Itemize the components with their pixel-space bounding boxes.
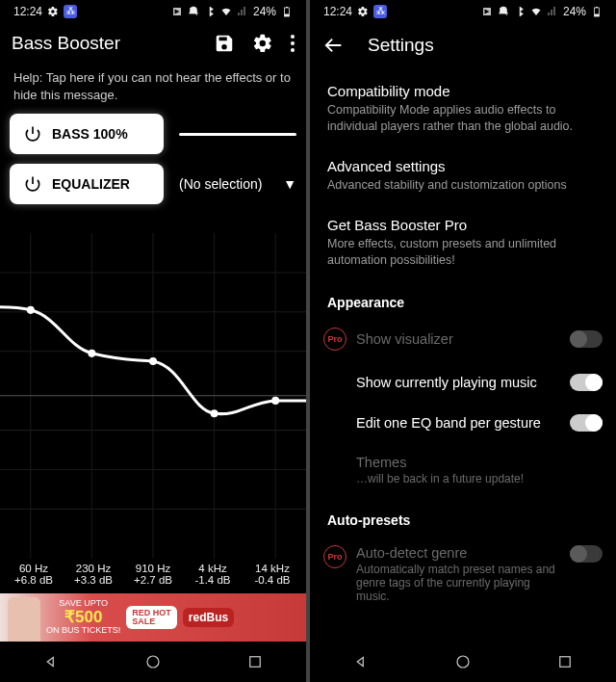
toggle-gesture[interactable]: Edit one EQ band per gesture [310,403,616,443]
gear-icon [47,6,59,17]
nav-recent-icon[interactable] [246,653,264,670]
bluetooth-icon [204,6,216,17]
band-0: 60 Hz+6.8 dB [4,563,64,586]
switch-visualizer [570,330,603,348]
eq-graph[interactable] [0,233,306,559]
nfc-icon [171,6,183,17]
svg-point-17 [149,357,157,365]
signal-icon [237,6,248,17]
bluetooth-icon [514,6,526,17]
gear-icon [357,6,369,17]
eq-button-label: EQUALIZER [52,176,130,192]
svg-rect-23 [595,14,600,17]
toggle-playing[interactable]: Show currently playing music [310,362,616,403]
ad-redhot-badge: RED HOTSALE [126,606,177,629]
nav-back-icon[interactable] [42,653,60,670]
svg-rect-26 [560,657,571,668]
mute-icon [188,6,199,17]
svg-rect-1 [285,14,290,17]
switch-gesture[interactable] [570,414,603,432]
svg-rect-21 [250,657,261,668]
signal-icon [547,6,558,17]
power-icon [23,124,42,144]
chevron-down-icon: ▼ [283,176,296,192]
svg-point-20 [147,656,159,668]
svg-point-25 [457,656,469,668]
preset-dropdown[interactable]: (No selection) ▼ [179,176,296,192]
nav-bar [310,642,616,682]
equalizer-toggle-button[interactable]: EQUALIZER [10,164,164,204]
setting-themes: Themes …will be back in a future update! [310,443,616,497]
svg-point-15 [27,306,35,314]
status-time: 12:24 [323,5,352,18]
nfc-icon [481,6,493,17]
svg-rect-24 [596,7,598,8]
pro-badge-icon: Pro [323,328,346,351]
bass-button-label: BASS 100% [52,126,128,142]
status-bar: 12:24 ⁂ 24% [0,0,306,23]
help-text[interactable]: Help: Tap here if you can not hear the e… [0,64,306,114]
battery-icon [591,6,603,17]
bass-booster-screen: 12:24 ⁂ 24% Bass Booster Help: Tap here … [0,0,306,682]
band-4: 14 kHz-0.4 dB [243,563,302,586]
app-badge-icon: ⁂ [373,5,387,18]
battery-icon [281,6,293,17]
status-bar: 12:24 ⁂ 24% [310,0,616,23]
svg-rect-2 [286,7,288,8]
band-2: 910 Hz+2.7 dB [123,563,183,586]
wifi-icon [220,6,232,17]
power-icon [23,174,42,194]
toggle-auto-genre: Pro Auto-detect genre Automatically matc… [310,534,616,615]
settings-icon[interactable] [252,33,273,54]
settings-app-bar: Settings [310,23,616,67]
setting-compatibility[interactable]: Compatibility mode Compatibility Mode ap… [310,71,616,146]
settings-screen: 12:24 ⁂ 24% Settings Compatibility mode … [310,0,616,682]
band-labels: 60 Hz+6.8 dB 230 Hz+3.3 dB 910 Hz+2.7 dB… [0,559,306,593]
band-3: 4 kHz-1.4 dB [183,563,243,586]
setting-get-pro[interactable]: Get Bass Booster Pro More effects, custo… [310,205,616,280]
bass-toggle-button[interactable]: BASS 100% [10,114,164,154]
section-auto-presets: Auto-presets [310,497,616,534]
status-time: 12:24 [13,5,42,18]
settings-title: Settings [368,35,434,56]
pro-badge-icon: Pro [323,545,346,568]
dropdown-value: (No selection) [179,176,262,192]
bass-slider[interactable] [179,133,296,136]
mute-icon [498,6,509,17]
nav-back-icon[interactable] [352,653,370,670]
svg-point-16 [88,350,95,357]
nav-home-icon[interactable] [454,653,472,670]
battery-percent: 24% [253,5,276,18]
ad-brand: redBus [183,608,234,627]
ad-banner[interactable]: SAVE UPTO ₹500 ON BUS TICKETS! RED HOTSA… [0,593,306,642]
toggle-visualizer: Pro Show visualizer [310,316,616,362]
app-title: Bass Booster [12,33,214,54]
svg-point-19 [271,397,279,405]
ad-person-image [8,597,40,642]
switch-auto-genre [570,545,603,563]
svg-point-18 [211,410,218,418]
section-appearance: Appearance [310,279,616,316]
nav-recent-icon[interactable] [556,653,574,670]
app-bar: Bass Booster [0,23,306,64]
band-1: 230 Hz+3.3 dB [64,563,123,586]
save-icon[interactable] [214,33,235,54]
overflow-menu-icon[interactable] [291,35,295,52]
nav-bar [0,642,306,682]
switch-playing[interactable] [570,374,603,391]
wifi-icon [530,6,542,17]
back-arrow-icon[interactable] [323,35,345,56]
battery-percent: 24% [563,5,586,18]
settings-list[interactable]: Compatibility mode Compatibility Mode ap… [310,67,616,642]
nav-home-icon[interactable] [144,653,162,670]
app-badge-icon: ⁂ [64,5,77,18]
setting-advanced[interactable]: Advanced settings Advanced stability and… [310,146,616,205]
